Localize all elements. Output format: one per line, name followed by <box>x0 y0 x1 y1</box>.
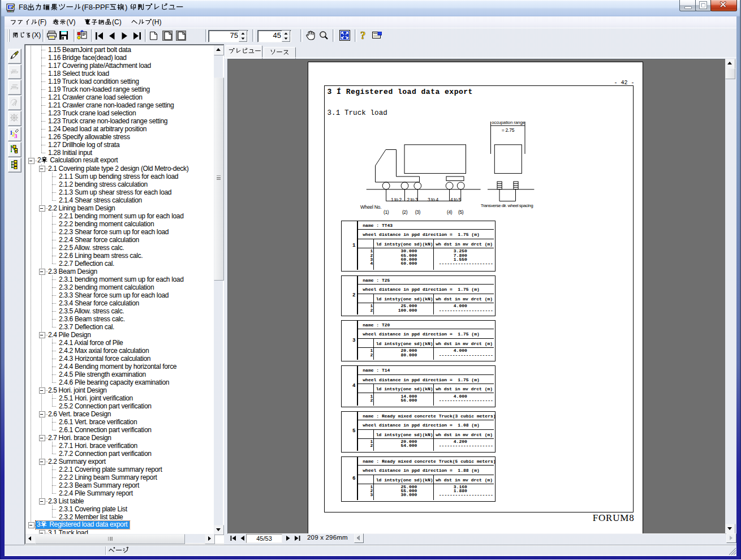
svg-text:(F8-PPF: (F8-PPF <box>81 3 109 11</box>
svg-text:(C): (C) <box>112 18 122 26</box>
svg-text:Calculation result export: Calculation result export <box>48 156 118 164</box>
svg-text:(F): (F) <box>38 18 46 26</box>
svg-text:(H): (H) <box>152 18 161 26</box>
svg-text:3: 3 <box>37 520 41 528</box>
svg-text:?: ? <box>360 30 366 41</box>
svg-text:): ) <box>125 3 130 11</box>
svg-text:2: 2 <box>37 156 41 164</box>
svg-text:F8: F8 <box>19 3 27 11</box>
svg-text:(V): (V) <box>67 18 76 26</box>
svg-text:3: 3 <box>14 132 18 138</box>
svg-text:(X): (X) <box>32 31 41 39</box>
svg-text:Registered load data export: Registered load data export <box>48 520 128 528</box>
